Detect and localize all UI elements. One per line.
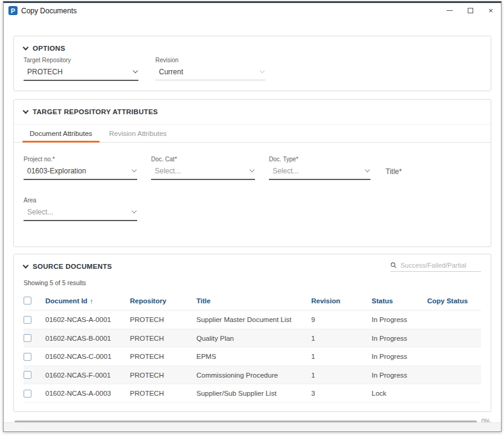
minimize-icon	[447, 10, 453, 11]
results-count: Showing 5 of 5 results	[24, 279, 481, 286]
attributes-header[interactable]: TARGET REPOSITORY ATTRIBUTES	[24, 106, 481, 117]
table-row[interactable]: 01602-NCAS-C-0001 PROTECH EPMS 1 In Prog…	[24, 347, 481, 366]
row-checkbox[interactable]	[24, 316, 31, 324]
cell-copy-status	[427, 329, 481, 347]
cell-document-id: 01602-NCAS-F-0001	[45, 366, 130, 384]
cell-status: In Progress	[372, 329, 427, 347]
cell-revision: 1	[311, 347, 372, 366]
source-documents-section: SOURCE DOCUMENTS Showing 5 of 5 results	[13, 254, 491, 412]
cell-document-id: 01602-NCAS-A-0003	[45, 384, 130, 402]
cell-revision: 3	[311, 384, 372, 402]
doc-type-select[interactable]: Select...	[269, 167, 370, 180]
cell-document-id: 01602-NCAS-C-0001	[45, 347, 130, 366]
cell-document-id: 01602-NCAS-A-0001	[45, 311, 130, 329]
cell-status: In Progress	[372, 311, 427, 329]
collapse-chevron-icon	[23, 108, 29, 114]
row-checkbox[interactable]	[24, 334, 31, 342]
cell-title: EPMS	[196, 347, 311, 366]
cell-repository: PROTECH	[130, 384, 196, 402]
attributes-tabstrip: Document Attributes Revision Attributes	[14, 124, 491, 143]
chevron-down-icon	[260, 68, 265, 73]
column-copy-status[interactable]: Copy Status	[427, 291, 481, 311]
cell-revision: 1	[311, 329, 372, 347]
table-header-row: Document Id↑ Repository Title Revision S…	[24, 291, 481, 311]
target-repository-select[interactable]: PROTECH	[24, 68, 138, 81]
target-repository-label: Target Repository	[24, 57, 138, 63]
target-repository-value: PROTECH	[27, 68, 63, 76]
project-no-select[interactable]: 01603-Exploration	[24, 167, 137, 180]
search-icon	[390, 262, 397, 269]
project-no-label: Project no.*	[24, 156, 137, 163]
area-label: Area	[24, 197, 137, 204]
column-status[interactable]: Status	[372, 291, 427, 311]
close-window-icon: ×	[488, 6, 493, 15]
cell-repository: PROTECH	[130, 329, 196, 347]
options-title: OPTIONS	[33, 45, 65, 52]
table-body: 01602-NCAS-A-0001 PROTECH Supplier Maste…	[24, 311, 481, 402]
title-field[interactable]	[384, 166, 481, 180]
revision-select[interactable]: Current	[155, 68, 265, 80]
copy-status-search	[390, 262, 481, 272]
cell-title: Quality Plan	[196, 329, 311, 347]
source-documents-header[interactable]: SOURCE DOCUMENTS	[24, 260, 112, 271]
cell-copy-status	[427, 311, 481, 329]
cell-title: Supplier/Sub Supplier List	[196, 384, 311, 402]
column-document-id[interactable]: Document Id↑	[45, 291, 130, 311]
column-title[interactable]: Title	[196, 291, 311, 311]
cell-document-id: 01602-NCAS-B-0001	[45, 329, 130, 347]
minimize-button[interactable]	[439, 3, 460, 18]
window-title: Copy Documents	[21, 7, 77, 15]
table-row[interactable]: 01602-NCAS-B-0001 PROTECH Quality Plan 1…	[24, 329, 481, 347]
cell-status: In Progress	[372, 347, 427, 366]
column-repository[interactable]: Repository	[130, 291, 196, 311]
cell-status: Lock	[372, 384, 427, 402]
area-select[interactable]: Select...	[24, 208, 137, 221]
cell-title: Commissioning Procedure	[196, 366, 311, 384]
cell-title: Supplier Master Document List	[196, 311, 311, 329]
sort-ascending-icon: ↑	[90, 297, 94, 304]
row-checkbox[interactable]	[24, 353, 31, 361]
cell-copy-status	[427, 366, 481, 384]
close-window-button[interactable]: ×	[480, 3, 501, 18]
cell-repository: PROTECH	[130, 366, 196, 384]
row-checkbox[interactable]	[24, 371, 31, 379]
maximize-button[interactable]	[460, 3, 480, 18]
source-documents-title: SOURCE DOCUMENTS	[33, 263, 112, 270]
chevron-down-icon	[132, 208, 137, 213]
chevron-down-icon	[250, 167, 254, 172]
source-documents-table: Document Id↑ Repository Title Revision S…	[24, 291, 481, 403]
row-checkbox[interactable]	[24, 390, 31, 398]
revision-value: Current	[159, 68, 183, 76]
table-row[interactable]: 01602-NCAS-F-0001 PROTECH Commissioning …	[24, 366, 481, 384]
copy-documents-dialog: P Copy Documents × OPTIONS Target Reposi…	[3, 1, 502, 432]
table-row[interactable]: 01602-NCAS-A-0001 PROTECH Supplier Maste…	[24, 311, 481, 329]
select-all-checkbox[interactable]	[24, 297, 31, 304]
target-repository-attributes-section: TARGET REPOSITORY ATTRIBUTES Document At…	[13, 99, 491, 247]
table-row[interactable]: 01602-NCAS-A-0003 PROTECH Supplier/Sub S…	[24, 384, 481, 402]
titlebar: P Copy Documents ×	[4, 3, 501, 18]
doc-cat-label: Doc. Cat*	[151, 156, 255, 163]
window-footer-strip	[4, 422, 501, 431]
area-value: Select...	[27, 208, 53, 216]
doc-cat-value: Select...	[155, 167, 181, 175]
column-revision[interactable]: Revision	[311, 291, 372, 311]
chevron-down-icon	[365, 167, 370, 172]
maximize-icon	[468, 8, 473, 13]
cell-copy-status	[427, 384, 481, 402]
app-icon: P	[8, 6, 18, 15]
chevron-down-icon	[133, 68, 138, 73]
doc-cat-select[interactable]: Select...	[151, 167, 255, 180]
collapse-chevron-icon	[23, 262, 29, 268]
options-header[interactable]: OPTIONS	[24, 42, 481, 53]
tab-revision-attributes[interactable]: Revision Attributes	[101, 124, 175, 142]
attributes-title: TARGET REPOSITORY ATTRIBUTES	[33, 108, 158, 115]
doc-type-label: Doc. Type*	[269, 156, 370, 163]
cell-copy-status	[427, 347, 481, 366]
tab-document-attributes[interactable]: Document Attributes	[21, 124, 101, 142]
cell-repository: PROTECH	[130, 311, 196, 329]
cell-status: In Progress	[372, 366, 427, 384]
cell-revision: 1	[311, 366, 372, 384]
collapse-chevron-icon	[23, 44, 29, 50]
cell-repository: PROTECH	[130, 347, 196, 366]
search-input[interactable]	[401, 262, 481, 269]
